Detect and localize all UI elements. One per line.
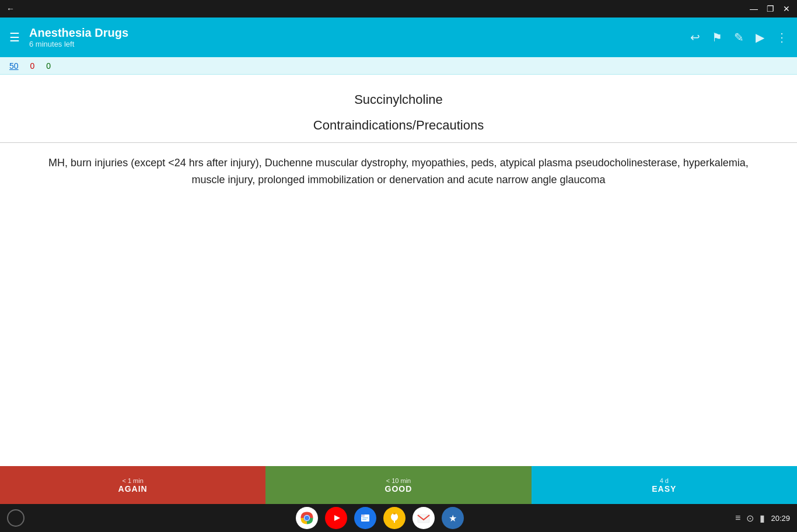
easy-button[interactable]: 4 d EASY <box>532 466 797 504</box>
again-time: < 1 min <box>122 477 143 484</box>
svg-rect-10 <box>362 519 366 520</box>
os-titlebar: ← — ❐ ✕ <box>0 0 797 18</box>
home-button[interactable] <box>7 509 25 527</box>
maximize-btn[interactable]: ❐ <box>764 3 776 15</box>
taskbar-left <box>7 509 25 527</box>
youtube-app[interactable] <box>325 507 347 529</box>
more-icon[interactable]: ⋮ <box>776 30 788 44</box>
svg-point-3 <box>305 516 309 520</box>
edit-icon[interactable]: ✎ <box>734 30 744 44</box>
again-button[interactable]: < 1 min AGAIN <box>0 466 265 504</box>
files-app[interactable] <box>354 507 376 529</box>
good-label: GOOD <box>385 484 413 494</box>
app-header: ☰ Anesthesia Drugs 6 minutes left ↩ ⚑ ✎ … <box>0 18 797 57</box>
stats-bar: 50 0 0 <box>0 57 797 75</box>
card-answer: MH, burn injuries (except <24 hrs after … <box>0 155 797 188</box>
menu-icon[interactable]: ☰ <box>9 30 20 44</box>
clock: 20:29 <box>771 514 790 523</box>
wifi-icon[interactable]: ⊙ <box>746 513 754 524</box>
svg-text:★: ★ <box>449 513 457 523</box>
good-button[interactable]: < 10 min GOOD <box>265 466 531 504</box>
easy-time: 4 d <box>660 477 669 484</box>
svg-rect-14 <box>418 514 429 523</box>
gmail-app[interactable] <box>413 507 435 529</box>
taskbar-right: ≡ ⊙ ▮ 20:29 <box>735 513 790 524</box>
flag-icon[interactable]: ⚑ <box>712 30 722 44</box>
good-time: < 10 min <box>386 477 411 484</box>
taskbar-apps: ★ <box>25 507 735 529</box>
app-title: Anesthesia Drugs <box>29 26 690 40</box>
close-btn[interactable]: ✕ <box>781 3 792 15</box>
svg-rect-8 <box>361 514 365 517</box>
stat-again: 0 <box>30 61 34 71</box>
svg-rect-12 <box>393 513 396 514</box>
card-front: Succinylcholine Contraindications/Precau… <box>0 75 797 142</box>
svg-rect-9 <box>362 517 368 519</box>
chrome-app[interactable] <box>296 507 318 529</box>
header-title-group: Anesthesia Drugs 6 minutes left <box>29 26 690 48</box>
stat-due[interactable]: 50 <box>9 61 19 71</box>
playlist-icon[interactable]: ≡ <box>735 513 740 523</box>
again-label: AGAIN <box>118 484 148 494</box>
time-remaining: 6 minutes left <box>29 40 690 48</box>
card-content: Succinylcholine Contraindications/Precau… <box>0 75 797 466</box>
answer-buttons: < 1 min AGAIN < 10 min GOOD 4 d EASY <box>0 466 797 504</box>
play-icon[interactable]: ▶ <box>756 30 764 44</box>
battery-icon[interactable]: ▮ <box>760 513 765 524</box>
card-definition-label: Contraindications/Precautions <box>23 118 774 133</box>
keep-app[interactable] <box>383 507 406 529</box>
card-term: Succinylcholine <box>23 92 774 107</box>
card-divider <box>0 142 797 143</box>
back-btn[interactable]: ← <box>5 3 16 15</box>
easy-label: EASY <box>652 484 676 494</box>
minimize-btn[interactable]: — <box>748 3 760 15</box>
undo-icon[interactable]: ↩ <box>690 30 700 44</box>
stat-good: 0 <box>46 61 51 71</box>
ankidroid-app[interactable]: ★ <box>442 507 464 529</box>
taskbar: ★ ≡ ⊙ ▮ 20:29 <box>0 504 797 532</box>
header-actions: ↩ ⚑ ✎ ▶ ⋮ <box>690 30 788 44</box>
